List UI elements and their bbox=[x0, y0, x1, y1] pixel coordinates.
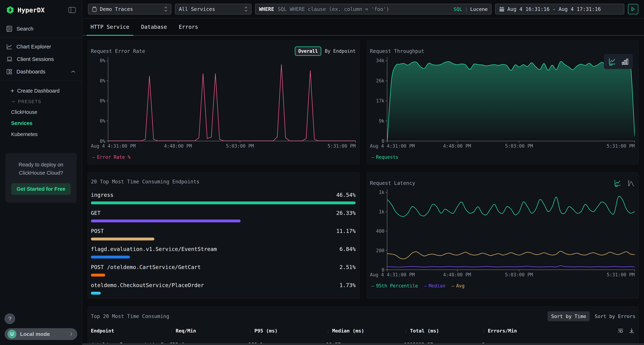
x-tick-label: 5:31:00 PM bbox=[606, 272, 635, 278]
date-range-picker[interactable]: Aug 4 16:31:16 - Aug 4 17:31:16 bbox=[495, 4, 624, 14]
chevron-right-icon bbox=[70, 332, 73, 337]
app-root: HyperDX Search Chart Explorer bbox=[0, 0, 644, 345]
preset-link-label: Kubernetes bbox=[11, 131, 38, 137]
legend-item: —Requests bbox=[371, 154, 398, 160]
y-tick-mark bbox=[386, 61, 387, 61]
y-tick-mark bbox=[106, 121, 108, 121]
y-tick-label: 0 bbox=[382, 139, 384, 144]
sidebar-item-dashboards[interactable]: Dashboards bbox=[0, 65, 82, 78]
overall-toggle-button[interactable]: Overall bbox=[295, 46, 321, 56]
sort-by-time-button[interactable]: Sort by Time bbox=[548, 311, 590, 321]
column-drag-handle[interactable]: ⋮ bbox=[482, 329, 486, 333]
sidebar-item-kubernetes[interactable]: Kubernetes bbox=[0, 129, 82, 140]
legend-label: Median bbox=[428, 283, 446, 289]
column-drag-handle[interactable]: ⋮ bbox=[326, 329, 330, 333]
endpoint-bar bbox=[91, 220, 240, 222]
legend-item: —Avg bbox=[452, 283, 464, 289]
x-tick-label: 4:48:00 PM bbox=[443, 143, 471, 149]
table-column-headers: Endpoint⋮Req/Min⋮P95 (ms)⋮Median (ms)⋮To… bbox=[91, 328, 636, 334]
panel-title: Request Latency bbox=[370, 180, 415, 186]
horizontal-scrollbar[interactable] bbox=[82, 343, 644, 345]
y-tick-label: 34k bbox=[376, 58, 384, 63]
legend-label: Requests bbox=[376, 154, 398, 160]
user-mode-label: Local mode bbox=[20, 331, 50, 337]
endpoint-bar-meta: oteldemo.CheckoutService/PlaceOrder1.73% bbox=[91, 282, 356, 288]
column-drag-handle[interactable]: ⋮ bbox=[248, 329, 252, 333]
endpoint-percentage: 1.73% bbox=[340, 282, 356, 288]
sidebar-item-clickhouse[interactable]: ClickHouse bbox=[0, 106, 82, 118]
charts-row-2: 20 Top Most Time Consuming Endpoints ing… bbox=[88, 172, 639, 299]
legend-dash: — bbox=[371, 154, 374, 160]
line-chart-icon[interactable] bbox=[608, 57, 616, 65]
endpoint-bar-row: flagd.evaluation.v1.Service/EventStream6… bbox=[91, 246, 356, 259]
sql-mode-button[interactable]: SQL bbox=[454, 6, 462, 12]
legend-item: —95th Percentile bbox=[371, 283, 418, 289]
sidebar-item-search[interactable]: Search bbox=[0, 22, 82, 35]
table-header-cell[interactable]: ⋮Req/Min bbox=[170, 328, 248, 334]
get-started-button[interactable]: Get Started for Free bbox=[11, 183, 71, 195]
endpoint-bar-row: POST /oteldemo.CartService/GetCart2.51% bbox=[91, 264, 356, 277]
date-range-value: Aug 4 16:31:16 - Aug 4 17:31:16 bbox=[507, 6, 601, 12]
panel-endpoint-table: Top 20 Most Time Consuming Sort by Time … bbox=[88, 306, 639, 345]
source-select[interactable]: Demo Traces bbox=[88, 4, 172, 14]
sidebar-item-chart-explorer[interactable]: Chart Explorer bbox=[0, 40, 82, 53]
query-language-switch: SQL | Lucene bbox=[454, 6, 488, 12]
panel-header: Request Error Rate Overall By Endpoint bbox=[91, 46, 356, 56]
sidebar-nav-section: Chart Explorer Client Sessions Dashboard… bbox=[0, 38, 82, 81]
by-endpoint-toggle-button[interactable]: By Endpoint bbox=[325, 48, 356, 54]
endpoint-bar bbox=[91, 238, 154, 240]
y-tick-mark bbox=[386, 192, 387, 193]
y-tick-label: 9k bbox=[379, 118, 384, 124]
where-label: WHERE bbox=[259, 6, 274, 12]
where-clause-input[interactable] bbox=[277, 6, 450, 12]
x-tick-label: 4:48:00 PM bbox=[164, 143, 192, 149]
table-header-cell[interactable]: ⋮Median (ms) bbox=[326, 328, 404, 334]
tab-http-service[interactable]: HTTP Service bbox=[90, 18, 129, 35]
y-tick-label: 0% bbox=[100, 58, 105, 63]
preset-link-label: ClickHouse bbox=[11, 109, 38, 115]
presets-label: PRESETS bbox=[18, 99, 41, 104]
endpoint-bar bbox=[91, 256, 130, 259]
run-query-button[interactable] bbox=[628, 4, 638, 14]
line-chart-icon bbox=[6, 44, 12, 49]
tab-errors[interactable]: Errors bbox=[179, 18, 198, 35]
sort-by-errors-button[interactable]: Sort by Errors bbox=[595, 314, 636, 319]
y-tick-label: 0% bbox=[100, 78, 105, 83]
sidebar-item-services[interactable]: Services bbox=[0, 118, 82, 129]
tab-database[interactable]: Database bbox=[141, 18, 167, 35]
user-menu[interactable]: U Local mode bbox=[5, 328, 77, 340]
column-drag-handle[interactable]: ⋮ bbox=[404, 329, 408, 333]
create-dashboard-button[interactable]: Create Dashboard bbox=[0, 85, 82, 96]
sidebar-collapse-icon[interactable] bbox=[68, 7, 76, 13]
lucene-mode-button[interactable]: Lucene bbox=[470, 6, 488, 12]
legend-dash: — bbox=[424, 283, 427, 289]
bar-chart-icon[interactable] bbox=[622, 57, 628, 65]
table-header-cell[interactable]: ⋮Errors/Min bbox=[482, 328, 612, 334]
help-button[interactable]: ? bbox=[5, 314, 15, 324]
table-title: Top 20 Most Time Consuming bbox=[91, 313, 169, 319]
column-drag-handle[interactable]: ⋮ bbox=[170, 329, 174, 333]
x-tick-label: 4:48:00 PM bbox=[443, 272, 471, 278]
chevron-down-icon bbox=[12, 100, 16, 103]
download-icon[interactable] bbox=[628, 328, 635, 334]
table-header-cell[interactable]: ⋮Total (ms) bbox=[404, 328, 482, 334]
service-select[interactable]: All Services bbox=[175, 4, 252, 14]
table-sort-controls: Sort by Time Sort by Errors bbox=[548, 311, 636, 321]
y-tick-mark bbox=[106, 61, 108, 61]
sidebar-item-client-sessions[interactable]: Client Sessions bbox=[0, 53, 82, 65]
endpoint-bar-meta: flagd.evaluation.v1.Service/EventStream6… bbox=[91, 246, 356, 252]
line-chart-icon[interactable] bbox=[614, 179, 621, 187]
table-toolbar-icons bbox=[618, 328, 635, 334]
presets-toggle[interactable]: PRESETS bbox=[0, 96, 82, 106]
error-rate-chart: 0%0%0%0%0% Aug 4 4:31:00 PM4:48:00 PM5:0… bbox=[91, 57, 356, 160]
chart-type-toolbar bbox=[604, 54, 633, 69]
table-header-cell[interactable]: ⋮P95 (ms) bbox=[248, 328, 326, 334]
legend-item: —Error Rate % bbox=[92, 154, 130, 160]
table-header-cell[interactable]: Endpoint bbox=[91, 328, 170, 334]
column-label: Endpoint bbox=[91, 328, 114, 334]
error-rate--line bbox=[108, 64, 356, 141]
histogram-icon[interactable] bbox=[628, 179, 635, 187]
sidebar-bottom: ? U Local mode bbox=[0, 314, 82, 345]
column-label: P95 (ms) bbox=[254, 328, 278, 334]
wrap-text-icon[interactable] bbox=[618, 328, 624, 334]
